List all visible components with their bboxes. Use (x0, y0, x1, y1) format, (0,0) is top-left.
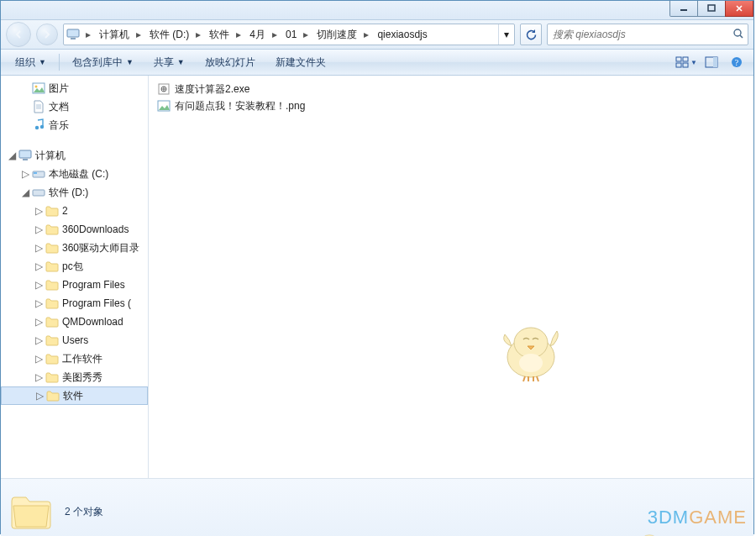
forward-button[interactable] (36, 24, 58, 45)
expander-icon[interactable]: ▷ (34, 390, 45, 402)
close-button[interactable] (725, 1, 753, 17)
tree-item-documents[interactable]: 文档 (1, 97, 148, 116)
tree-item-folder[interactable]: ▷工作软件 (1, 349, 148, 368)
svg-rect-19 (33, 171, 45, 177)
breadcrumb-segment[interactable]: 4月 (244, 24, 269, 45)
svg-rect-1 (708, 5, 715, 11)
tree-label: 软件 (63, 389, 83, 403)
tree-item-folder[interactable]: ▷软件 (1, 386, 148, 405)
mascot-image (493, 311, 569, 389)
breadcrumb-segment[interactable]: 切削速度 (312, 24, 360, 45)
slideshow-button[interactable]: 放映幻灯片 (196, 51, 265, 73)
svg-point-25 (507, 337, 554, 377)
music-icon (31, 118, 46, 133)
expander-icon[interactable]: ◢ (6, 150, 18, 161)
tree-label: 美图秀秀 (62, 370, 102, 385)
maximize-button[interactable] (697, 1, 726, 17)
folder-icon (45, 333, 60, 348)
tree-item-folder[interactable]: ▷360Downloads (1, 220, 148, 239)
status-count: 2 个对象 (65, 505, 103, 519)
address-bar: ▸ 计算机 ▸ 软件 (D:) ▸ 软件 ▸ 4月 ▸ 01 ▸ 切削速度 ▸ … (1, 20, 753, 50)
navigation-tree[interactable]: 图片 文档 音乐 ◢ 计算机 (1, 76, 149, 478)
tree-item-music[interactable]: 音乐 (1, 116, 148, 134)
explorer-window: ▸ 计算机 ▸ 软件 (D:) ▸ 软件 ▸ 4月 ▸ 01 ▸ 切削速度 ▸ … (0, 0, 754, 534)
svg-rect-22 (159, 84, 169, 94)
tree-label: 计算机 (35, 149, 66, 163)
folder-icon (45, 351, 60, 366)
expander-icon[interactable]: ▷ (33, 242, 45, 254)
tree-item-folder[interactable]: ▷Users (1, 331, 148, 349)
expander-icon[interactable]: ▷ (33, 297, 45, 309)
chevron-right-icon: ▸ (233, 29, 244, 40)
tree-item-folder[interactable]: ▷Program Files ( (1, 294, 148, 313)
tree-label: 软件 (D:) (49, 186, 88, 200)
folder-icon (45, 259, 60, 274)
search-input[interactable] (551, 28, 732, 41)
expander-icon[interactable]: ◢ (19, 187, 31, 198)
file-item[interactable]: 有问题点我！安装教程！.png (154, 97, 308, 114)
svg-point-27 (519, 354, 543, 372)
expander-icon[interactable]: ▷ (33, 260, 45, 272)
breadcrumb-segment[interactable]: 软件 (D:) (144, 24, 192, 45)
expander-icon[interactable]: ▷ (19, 168, 31, 180)
breadcrumb-segment[interactable]: 软件 (204, 24, 233, 45)
file-item[interactable]: 速度计算器2.exe (154, 81, 308, 97)
chevron-right-icon: ▸ (300, 29, 312, 40)
file-icon (157, 82, 171, 96)
computer-icon (64, 24, 82, 45)
tree-item-computer[interactable]: ◢ 计算机 (1, 146, 148, 165)
tree-item-pictures[interactable]: 图片 (1, 79, 148, 97)
expander-icon[interactable]: ▷ (33, 205, 45, 217)
folder-icon (45, 388, 60, 403)
preview-pane-button[interactable] (700, 52, 723, 72)
breadcrumb[interactable]: ▸ 计算机 ▸ 软件 (D:) ▸ 软件 ▸ 4月 ▸ 01 ▸ 切削速度 ▸ … (63, 24, 515, 45)
tree-item-folder[interactable]: ▷Program Files (1, 276, 148, 294)
expander-icon[interactable]: ▷ (33, 334, 45, 346)
tree-label: 360Downloads (62, 223, 129, 235)
picture-icon (31, 81, 46, 96)
tree-item-folder[interactable]: ▷360驱动大师目录 (1, 239, 148, 257)
new-folder-button[interactable]: 新建文件夹 (266, 51, 335, 73)
help-button[interactable]: ? (725, 52, 748, 72)
breadcrumb-segment[interactable]: 计算机 (94, 24, 133, 45)
expander-icon[interactable]: ▷ (33, 223, 45, 235)
tree-item-folder[interactable]: ▷QMDownload (1, 313, 148, 331)
tree-item-folder[interactable]: ▷美图秀秀 (1, 368, 148, 386)
organize-button[interactable]: 组织▼ (6, 51, 55, 73)
svg-rect-6 (683, 57, 688, 61)
svg-rect-3 (71, 38, 76, 39)
address-dropdown[interactable]: ▾ (498, 24, 514, 45)
tree-label: QMDownload (62, 316, 123, 328)
tree-label: Program Files (62, 279, 125, 291)
share-button[interactable]: 共享▼ (144, 51, 194, 73)
tree-label: 2 (62, 205, 68, 217)
expander-icon[interactable]: ▷ (33, 279, 45, 291)
svg-rect-8 (683, 63, 688, 67)
chevron-down-icon: ▼ (126, 58, 134, 66)
view-options-button[interactable]: ▼ (675, 52, 698, 72)
svg-point-4 (734, 29, 741, 36)
expander-icon[interactable]: ▷ (33, 353, 45, 365)
back-button[interactable] (6, 22, 31, 47)
svg-rect-0 (680, 9, 687, 11)
expander-icon[interactable]: ▷ (33, 371, 45, 383)
include-button[interactable]: 包含到库中▼ (63, 51, 143, 73)
folder-icon (45, 314, 60, 329)
toolbar: 组织▼ 包含到库中▼ 共享▼ 放映幻灯片 新建文件夹 ▼ ? (1, 50, 753, 76)
tree-item-folder[interactable]: ▷2 (1, 202, 148, 220)
minimize-button[interactable] (669, 1, 698, 17)
refresh-button[interactable] (520, 24, 542, 45)
breadcrumb-segment[interactable]: qiexiaosdjs (372, 24, 430, 45)
tree-label: 本地磁盘 (C:) (49, 167, 108, 181)
file-name: 有问题点我！安装教程！.png (175, 99, 305, 113)
svg-point-16 (40, 125, 44, 129)
expander-icon[interactable]: ▷ (33, 316, 45, 328)
folder-icon (45, 240, 60, 255)
main-pane: 图片 文档 音乐 ◢ 计算机 (1, 76, 753, 478)
breadcrumb-segment[interactable]: 01 (281, 24, 300, 45)
file-list-pane[interactable]: 速度计算器2.exe有问题点我！安装教程！.png (149, 76, 753, 478)
search-box[interactable] (547, 24, 748, 45)
tree-item-drive-c[interactable]: ▷ 本地磁盘 (C:) (1, 165, 148, 183)
tree-item-drive-d[interactable]: ◢ 软件 (D:) (1, 183, 148, 202)
tree-item-folder[interactable]: ▷pc包 (1, 257, 148, 276)
